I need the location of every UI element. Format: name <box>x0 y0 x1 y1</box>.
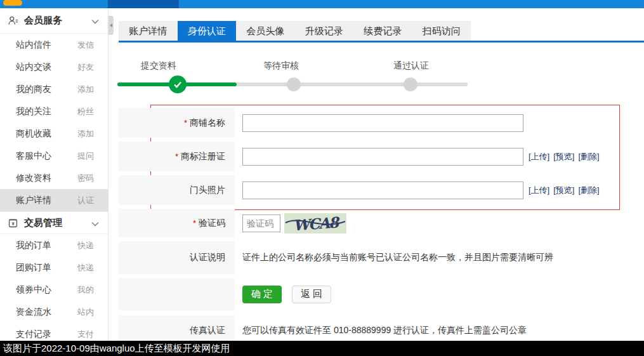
sidebar-section-trade-management[interactable]: ¥ 交易管理 <box>0 211 108 234</box>
step-dot-pending <box>404 77 417 91</box>
step-label-submit: 提交资料 <box>141 60 176 72</box>
form-row-buttons: 确 定 返 回 <box>119 278 644 310</box>
topbar-dark-segment <box>108 0 179 8</box>
form-row-trademark: * 商标注册证 [上传] [预览] [删除] <box>119 142 644 171</box>
form-row-captcha: * 验证码 WCA8 <box>119 209 644 237</box>
item-label: 客服中心 <box>16 150 51 162</box>
upload-link[interactable]: [上传] <box>529 185 549 196</box>
sidebar-item-favorites[interactable]: 商机收藏 添加 <box>0 122 108 145</box>
tab-bar: 账户详情 身份认证 会员头像 升级记录 续费记录 扫码访问 <box>119 21 471 41</box>
verification-note-text: 证件上的公司名称必须与当前账号已认证公司名称一致，并且图片需要清晰可辨 <box>242 252 553 263</box>
fax-note-text: 您可以传真有效证件至 010-88889999 进行认证，传真件上需盖公司公章 <box>242 325 527 336</box>
person-icon <box>6 15 19 27</box>
item-hint[interactable]: 粉丝 <box>77 106 94 117</box>
label-text: 商标注册证 <box>181 151 225 162</box>
label-text: 门头照片 <box>190 185 225 196</box>
item-label: 团购订单 <box>16 262 51 274</box>
required-asterisk: * <box>175 152 178 161</box>
form-row-note: 认证说明 证件上的公司名称必须与当前账号已认证公司名称一致，并且图片需要清晰可辨 <box>119 241 644 274</box>
step-label-passed: 通过认证 <box>393 60 429 72</box>
step-label-review: 等待审核 <box>263 60 299 72</box>
sidebar-item-service-center[interactable]: 客服中心 提问 <box>0 145 108 167</box>
sidebar-item-my-orders[interactable]: 我的订单 快递 <box>0 234 108 256</box>
item-hint[interactable]: 发信 <box>77 39 94 51</box>
back-button[interactable]: 返 回 <box>292 286 331 303</box>
delete-link[interactable]: [删除] <box>578 151 599 162</box>
sidebar-item-mail[interactable]: 站内信件 发信 <box>0 34 108 56</box>
field-label: 认证说明 <box>119 241 235 274</box>
money-jar-icon: ¥ <box>6 216 19 229</box>
item-label: 修改资料 <box>16 173 51 184</box>
label-text: 传真认证 <box>190 325 225 336</box>
field-label <box>119 278 235 310</box>
label-text: 认证说明 <box>190 252 225 263</box>
sidebar-section-member-services[interactable]: 会员服务 <box>0 8 108 34</box>
tab-account-details[interactable]: 账户详情 <box>119 21 178 41</box>
field-label: * 验证码 <box>119 209 235 237</box>
tab-member-avatar[interactable]: 会员头像 <box>236 21 295 41</box>
item-label: 我的订单 <box>16 240 51 251</box>
field-label: * 商标注册证 <box>119 142 235 171</box>
preview-link[interactable]: [预览] <box>553 151 574 162</box>
item-hint[interactable]: 我的 <box>77 284 94 296</box>
item-hint[interactable]: 添加 <box>77 84 94 95</box>
tab-upgrade-records[interactable]: 升级记录 <box>295 21 354 41</box>
tab-identity-verification[interactable]: 身份认证 <box>178 21 237 41</box>
main-content: 账户详情 身份认证 会员头像 升级记录 续费记录 扫码访问 提交资料 等待审核 … <box>119 8 644 341</box>
required-asterisk: * <box>193 218 196 228</box>
label-text: 商铺名称 <box>190 117 225 129</box>
item-hint[interactable]: 快递 <box>77 240 94 251</box>
door-photo-input[interactable] <box>242 181 523 199</box>
delete-link[interactable]: [删除] <box>578 185 599 196</box>
form-row-shop-name: * 商铺名称 <box>119 108 644 138</box>
verification-stepper: 提交资料 等待审核 通过认证 <box>119 54 474 102</box>
form-row-door-photo: 门头照片 [上传] [预览] [删除] <box>119 175 644 205</box>
sidebar: 会员服务 站内信件 发信 站内交谈 好友 我的商友 添加 我的关注 粉丝 商机收… <box>0 8 108 341</box>
confirm-button[interactable]: 确 定 <box>242 286 282 303</box>
sidebar-item-partners[interactable]: 我的商友 添加 <box>0 78 108 100</box>
item-label: 站内信件 <box>16 39 51 51</box>
preview-link[interactable]: [预览] <box>553 185 574 196</box>
watermark-caption-bar: 该图片于2022-10-09由wangluo上传至模板开发网使用 <box>0 341 644 356</box>
sidebar-collapse-handle[interactable] <box>108 16 114 35</box>
sidebar-item-chat[interactable]: 站内交谈 好友 <box>0 56 108 78</box>
item-label: 商机收藏 <box>16 128 51 140</box>
tab-underline <box>119 41 644 43</box>
captcha-text: WCA8 <box>292 213 341 234</box>
item-hint[interactable]: 认证 <box>77 195 94 206</box>
orange-pill <box>3 0 22 6</box>
item-label: 账户详情 <box>16 195 51 206</box>
item-hint[interactable]: 密码 <box>77 173 94 184</box>
item-hint[interactable]: 支付 <box>77 329 94 340</box>
item-label: 我的商友 <box>16 84 51 95</box>
tab-qr-access[interactable]: 扫码访问 <box>412 21 471 41</box>
chevron-down-icon[interactable] <box>91 15 99 26</box>
shop-name-input[interactable] <box>242 114 523 132</box>
sidebar-item-edit-profile[interactable]: 修改资料 密码 <box>0 167 108 189</box>
sidebar-item-coupon-center[interactable]: 领券中心 我的 <box>0 279 108 301</box>
collapse-arrow-icon <box>110 23 112 27</box>
sidebar-item-account-details[interactable]: 账户详情 认证 <box>0 189 108 211</box>
page: 会员服务 站内信件 发信 站内交谈 好友 我的商友 添加 我的关注 粉丝 商机收… <box>0 0 644 356</box>
chevron-down-icon[interactable] <box>91 218 99 228</box>
item-hint[interactable]: 添加 <box>77 128 94 140</box>
captcha-image[interactable]: WCA8 <box>284 213 346 234</box>
item-label: 我的关注 <box>16 106 51 117</box>
item-hint[interactable]: 提问 <box>77 150 94 162</box>
sidebar-item-follows[interactable]: 我的关注 粉丝 <box>0 100 108 122</box>
required-asterisk: * <box>184 118 187 128</box>
sidebar-section-label: 会员服务 <box>24 15 62 27</box>
field-label: * 商铺名称 <box>119 108 235 138</box>
step-dot-done <box>169 76 187 93</box>
sidebar-item-fund-flow[interactable]: 资金流水 站内 <box>0 301 108 323</box>
top-bar <box>0 0 644 8</box>
tab-renewal-records[interactable]: 续费记录 <box>353 21 412 41</box>
captcha-input[interactable] <box>242 214 280 232</box>
sidebar-item-group-orders[interactable]: 团购订单 快递 <box>0 256 108 279</box>
sidebar-section-label: 交易管理 <box>24 217 62 229</box>
item-hint[interactable]: 快递 <box>77 262 94 274</box>
upload-link[interactable]: [上传] <box>529 151 549 162</box>
item-hint[interactable]: 站内 <box>77 307 94 318</box>
item-hint[interactable]: 好友 <box>77 62 94 73</box>
trademark-input[interactable] <box>242 148 523 166</box>
